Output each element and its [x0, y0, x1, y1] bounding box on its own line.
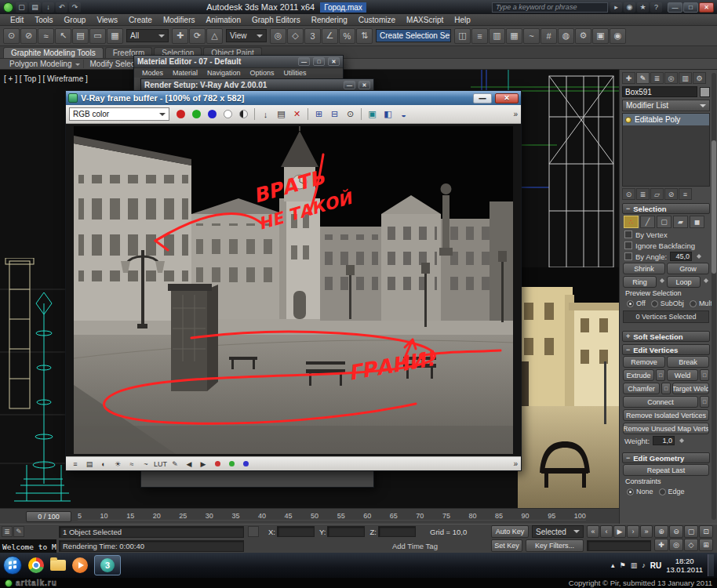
- create-selection-set-field[interactable]: Create Selection Se: [376, 29, 451, 42]
- minimize-button[interactable]: —: [668, 2, 682, 13]
- rollout-edit-geometry[interactable]: −Edit Geometry: [622, 452, 710, 463]
- stamp-icon[interactable]: ✎: [169, 459, 181, 470]
- auto-key-button[interactable]: Auto Key: [491, 525, 529, 538]
- ribbon-tab[interactable]: Graphite Modeling Tools: [3, 47, 104, 58]
- pan-button[interactable]: ✚: [654, 539, 668, 551]
- ignore-backfacing-checkbox[interactable]: [624, 241, 632, 249]
- exposure-icon[interactable]: ☀: [111, 459, 124, 470]
- vfb-minimize-button[interactable]: —: [473, 93, 492, 103]
- duplicate-to-host-icon[interactable]: ⊟: [327, 107, 342, 122]
- favorites-icon[interactable]: ★: [637, 2, 649, 13]
- select-and-rotate-icon[interactable]: ⟳: [189, 28, 206, 44]
- rollout-edit-vertices[interactable]: −Edit Vertices: [622, 344, 710, 355]
- connect-button[interactable]: Connect: [623, 396, 698, 408]
- separator[interactable]: [254, 108, 255, 120]
- constraint-edge-radio[interactable]: [659, 488, 666, 495]
- object-color-swatch[interactable]: [700, 87, 710, 97]
- open-file-icon[interactable]: ▤: [29, 2, 41, 13]
- me-minimize-button[interactable]: —: [298, 57, 310, 66]
- object-name-field[interactable]: Box591: [622, 86, 697, 97]
- pixel-info-icon[interactable]: ≡: [69, 459, 82, 470]
- rs-minimize-button[interactable]: —: [344, 81, 355, 89]
- remove-modifier-icon[interactable]: ⊘: [664, 188, 678, 200]
- zoom-button[interactable]: ⊕: [654, 525, 668, 538]
- schematic-view-icon[interactable]: #: [540, 28, 557, 44]
- network-icon[interactable]: ▥: [631, 561, 638, 569]
- select-and-move-icon[interactable]: ✚: [172, 28, 188, 44]
- transform-lock-icon[interactable]: [248, 526, 259, 537]
- weight-spinner[interactable]: [678, 436, 685, 445]
- curve-editor-icon[interactable]: ~: [523, 28, 540, 44]
- vertex-mode-icon[interactable]: ∴: [624, 216, 639, 228]
- white-balance-icon[interactable]: ◐: [97, 459, 110, 470]
- maxscript-listener-icon[interactable]: ≣: [2, 526, 13, 537]
- align-icon[interactable]: ≡: [471, 28, 488, 44]
- previous-frame-button[interactable]: ‹: [600, 525, 613, 538]
- browse-images-icon[interactable]: ▤: [274, 107, 289, 122]
- color-corrections-icon[interactable]: ▤: [83, 459, 96, 470]
- extrude-settings-button[interactable]: [656, 369, 665, 381]
- me-maximize-button[interactable]: □: [313, 57, 325, 66]
- rollout-soft-selection[interactable]: +Soft Selection: [622, 331, 710, 342]
- modifier-list-dropdown[interactable]: Modifier List: [622, 100, 710, 111]
- me-menu-item[interactable]: Options: [246, 69, 278, 77]
- undo-icon[interactable]: ↶: [56, 2, 67, 13]
- time-slider[interactable]: 0 / 100: [26, 511, 71, 522]
- select-and-manipulate-icon[interactable]: ◇: [287, 28, 304, 44]
- save-image-icon[interactable]: ↓: [258, 107, 273, 122]
- render-production-icon[interactable]: ◉: [610, 28, 626, 44]
- unlink-selection-icon[interactable]: ⊘: [20, 28, 37, 44]
- lut-icon[interactable]: LUT: [154, 459, 167, 470]
- preview-subobj-radio[interactable]: [651, 300, 658, 307]
- y-coordinate-field[interactable]: [327, 526, 365, 537]
- preview-multi-radio[interactable]: [690, 300, 697, 307]
- menu-item[interactable]: Graph Editors: [246, 16, 306, 24]
- hierarchy-tab-icon[interactable]: ≣: [650, 72, 664, 84]
- go-to-end-button[interactable]: »: [640, 525, 653, 538]
- by-angle-spinner[interactable]: [695, 252, 702, 261]
- modifier-stack[interactable]: Editable Poly: [622, 113, 710, 187]
- chamfer-button[interactable]: Chamfer: [623, 383, 660, 394]
- render-setup-titlebar[interactable]: Render Setup: V-Ray Adv 2.00.01 — ✕: [141, 79, 373, 91]
- menu-item[interactable]: Customize: [353, 16, 401, 24]
- show-end-result-icon[interactable]: ≣: [636, 188, 650, 200]
- element-mode-icon[interactable]: ◼: [690, 216, 704, 228]
- weight-value-field[interactable]: 1,0: [653, 436, 675, 445]
- region-render-icon[interactable]: ▣: [365, 107, 380, 122]
- named-selection-dropdown[interactable]: All: [126, 29, 169, 42]
- monochrome-icon[interactable]: [236, 107, 251, 122]
- rs-close-button[interactable]: ✕: [358, 81, 370, 89]
- menu-item[interactable]: Modifiers: [158, 16, 201, 24]
- curves-icon[interactable]: ~: [140, 459, 152, 470]
- infocenter-search-input[interactable]: [492, 2, 608, 13]
- vfb-close-button[interactable]: ✕: [495, 93, 519, 103]
- field-of-view-button[interactable]: ◇: [684, 539, 698, 551]
- me-menu-item[interactable]: Utilities: [280, 69, 311, 77]
- green-channel-icon[interactable]: [189, 107, 204, 122]
- border-mode-icon[interactable]: ▢: [657, 216, 672, 228]
- constraint-none-radio[interactable]: [627, 488, 634, 495]
- bind-to-spacewarp-icon[interactable]: ≈: [38, 28, 54, 44]
- duplicate-to-mce-icon[interactable]: ⊞: [311, 107, 326, 122]
- configure-modifier-sets-icon[interactable]: ≡: [679, 188, 692, 200]
- grow-button[interactable]: Grow: [667, 263, 709, 274]
- rollout-selection[interactable]: −Selection: [622, 203, 710, 214]
- material-editor-icon[interactable]: ◍: [558, 28, 574, 44]
- me-menu-item[interactable]: Modes: [138, 69, 167, 77]
- graphite-ribbon-icon[interactable]: ▦: [506, 28, 522, 44]
- menu-item[interactable]: Views: [91, 16, 123, 24]
- action-center-icon[interactable]: ⚑: [620, 561, 626, 569]
- next-history-icon[interactable]: ▶: [197, 459, 209, 470]
- red-channel-icon[interactable]: [173, 107, 188, 122]
- prev-history-icon[interactable]: ◀: [183, 459, 195, 470]
- tray-up-icon[interactable]: ▴: [611, 561, 615, 569]
- status-panel-icon[interactable]: ✎: [13, 526, 24, 537]
- alpha-channel-icon[interactable]: [220, 107, 235, 122]
- z-coordinate-field[interactable]: [378, 526, 416, 537]
- material-editor-titlebar[interactable]: Material Editor - 07 - Default — □ ✕: [134, 56, 343, 67]
- menu-item[interactable]: Rendering: [306, 16, 353, 24]
- go-to-start-button[interactable]: «: [587, 525, 599, 538]
- menu-item[interactable]: MAXScript: [401, 16, 449, 24]
- preview-off-radio[interactable]: [627, 300, 634, 307]
- compare-horizontal-icon[interactable]: ◧: [380, 107, 395, 122]
